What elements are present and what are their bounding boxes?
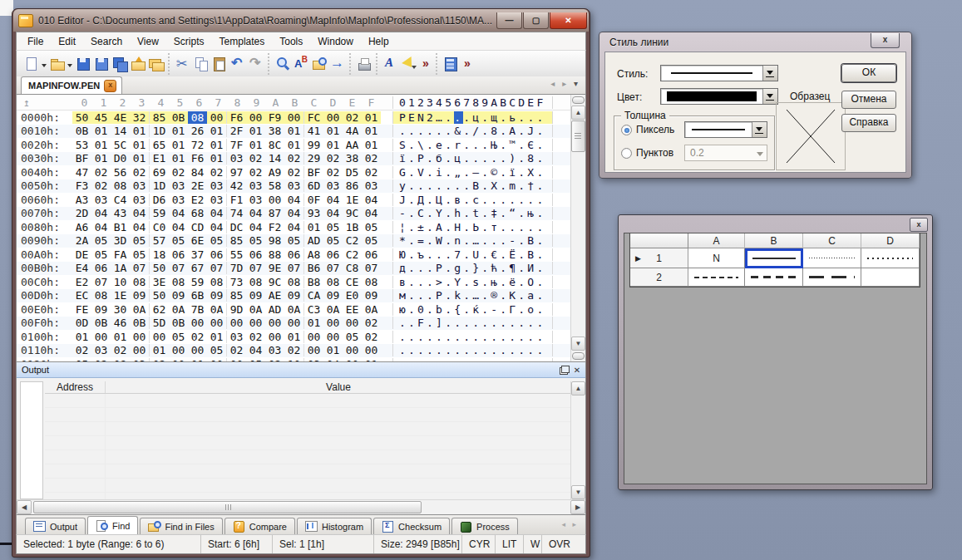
hex-byte[interactable]: 06 [207, 248, 227, 261]
hex-byte[interactable]: 2D [72, 207, 91, 219]
hex-row[interactable]: 0060h:A303C403D603E203F10300040F041E04Ј.… [17, 193, 585, 207]
hex-byte[interactable]: E0 [343, 289, 362, 302]
hex-byte[interactable]: 06 [284, 248, 304, 261]
hex-byte[interactable]: 7B [188, 303, 207, 316]
hex-byte[interactable]: 04 [323, 207, 343, 219]
hex-row[interactable]: 00E0h:FE09300A620A7B0A9D0AAD0AC30AEE0Aю.… [17, 302, 585, 317]
hex-byte[interactable]: 9E [265, 262, 284, 274]
goto-icon[interactable] [329, 56, 346, 72]
output-horizontal-scrollbar[interactable]: ◀ ▶ [17, 499, 585, 514]
tool-tab-find[interactable]: Find [87, 516, 138, 534]
hex-byte[interactable]: 00 [343, 317, 362, 329]
hex-byte[interactable]: F1 [227, 194, 246, 206]
hex-byte[interactable]: 02 [227, 344, 246, 356]
ansi-text[interactable]: S.\.e.r...Њ.™.Є. [392, 139, 553, 151]
hex-byte[interactable]: D6 [150, 194, 169, 206]
hex-byte[interactable]: 03 [130, 179, 150, 192]
hex-byte[interactable]: 01 [91, 125, 111, 137]
hex-byte[interactable]: 04 [130, 207, 150, 219]
split-view-button-bottom[interactable] [572, 352, 585, 360]
hex-byte[interactable]: 5C [111, 139, 130, 151]
hex-byte[interactable]: 05 [323, 234, 343, 247]
hex-byte[interactable]: 30 [111, 303, 130, 316]
hex-byte[interactable]: 04 [362, 194, 381, 206]
hex-byte[interactable]: 00 [284, 317, 304, 329]
hex-byte[interactable]: 01 [130, 125, 150, 137]
hex-byte[interactable]: 08 [130, 276, 150, 288]
hex-byte[interactable]: 87 [265, 207, 284, 219]
scrollbar-thumb[interactable] [571, 120, 585, 152]
overflow2-icon[interactable] [461, 56, 474, 72]
hex-byte[interactable]: 93 [304, 207, 323, 219]
grid-row-header-2[interactable]: 2 [630, 268, 688, 287]
output-scroll-up-icon[interactable]: ▲ [571, 381, 585, 395]
hex-byte[interactable]: F6 [227, 111, 246, 124]
hex-byte[interactable]: AE [265, 289, 284, 302]
hex-byte[interactable]: 45 [91, 111, 111, 124]
hex-byte[interactable]: F2 [265, 221, 284, 233]
hex-byte[interactable]: 65 [150, 139, 169, 151]
save-all-icon[interactable] [111, 56, 128, 72]
hex-row[interactable]: 0010h:0B0114011D0126012F01380141014A01..… [17, 125, 585, 139]
hex-byte[interactable]: 04 [207, 221, 227, 233]
tool-tab-scroll-arrows[interactable]: ◂ ▸ [561, 520, 579, 528]
grid-cell-c2[interactable] [803, 268, 861, 287]
hex-byte[interactable]: 03 [207, 194, 227, 206]
ansi-text[interactable]: ................ [392, 344, 553, 356]
hex-byte[interactable]: 00 [304, 344, 323, 356]
output-table[interactable]: Address Value [45, 381, 571, 499]
hex-byte[interactable]: 02 [246, 166, 265, 179]
hex-byte[interactable]: 1B [343, 221, 362, 233]
hex-byte[interactable]: 02 [284, 152, 304, 165]
hex-byte[interactable]: E4 [72, 262, 91, 274]
hex-byte[interactable]: 4A [343, 125, 362, 137]
hex-byte[interactable]: CD [188, 221, 207, 233]
font-icon[interactable] [382, 56, 399, 72]
hex-byte[interactable]: 01 [169, 152, 188, 165]
hex-byte[interactable]: 03 [91, 194, 111, 206]
scroll-left-icon[interactable]: ◀ [17, 500, 32, 514]
pixel-radio-label[interactable]: Пиксель [636, 124, 674, 135]
hex-byte[interactable]: 0A [323, 303, 343, 316]
hex-byte[interactable]: AD [265, 303, 284, 316]
hex-byte[interactable]: DC [227, 221, 246, 233]
hex-byte[interactable]: 05 [72, 358, 91, 361]
grid-cell-b1[interactable] [745, 248, 803, 268]
ansi-text[interactable]: PEN2…...ц.щ.ь... [392, 111, 553, 124]
menu-view[interactable]: View [130, 34, 166, 49]
hex-byte[interactable]: 84 [188, 166, 207, 179]
title-bar[interactable]: 010 Editor - C:\Documents and Settings\1… [13, 9, 589, 32]
hex-byte[interactable]: 9C [265, 276, 284, 288]
hex-byte[interactable]: 04 [91, 207, 111, 219]
hex-byte[interactable]: 03 [265, 344, 284, 356]
hex-row[interactable]: 0090h:2A053D0557056E0585059805AD05C205*.… [17, 234, 585, 248]
hex-rows[interactable]: 0000h:50454E32850B0800F600F900FC000201PE… [17, 111, 585, 361]
hex-byte[interactable]: FE [72, 303, 91, 316]
hex-byte[interactable]: 05 [362, 221, 381, 233]
hex-byte[interactable]: 0B [169, 111, 188, 124]
menu-file[interactable]: File [20, 34, 51, 49]
hex-byte[interactable]: 02 [91, 166, 111, 179]
minimize-button[interactable]: — [496, 12, 522, 29]
hex-byte[interactable]: 05 [130, 234, 150, 247]
hex-byte[interactable]: 07 [362, 262, 381, 274]
hex-byte[interactable]: 01 [284, 331, 304, 343]
hex-byte[interactable]: 02 [72, 344, 91, 356]
hex-byte[interactable]: 26 [188, 125, 207, 137]
hex-byte[interactable]: 02 [362, 331, 381, 343]
hex-byte[interactable]: 04 [169, 221, 188, 233]
hex-byte[interactable]: 01 [91, 139, 111, 151]
ansi-text[interactable]: в...>.Y.s.њ.ё.О. [392, 276, 553, 288]
hex-row[interactable]: 0100h:01000100000502010302000100000502..… [17, 330, 585, 344]
tool-tab-checksum[interactable]: Checksum [373, 518, 450, 534]
hex-byte[interactable]: 6B [188, 289, 207, 302]
pixel-width-combobox[interactable] [684, 121, 767, 138]
address-column-header[interactable]: Address [45, 381, 106, 393]
hex-byte[interactable]: 01 [362, 139, 381, 151]
hex-byte[interactable]: C3 [304, 303, 323, 316]
tool-tab-histogram[interactable]: Histogram [297, 518, 372, 534]
hex-byte[interactable]: 01 [72, 331, 91, 343]
undo-icon[interactable] [229, 56, 246, 72]
hex-row[interactable]: 00C0h:E20710083E08590873089C08B808CE08в.… [17, 275, 585, 289]
hex-byte[interactable]: 2F [227, 125, 246, 137]
